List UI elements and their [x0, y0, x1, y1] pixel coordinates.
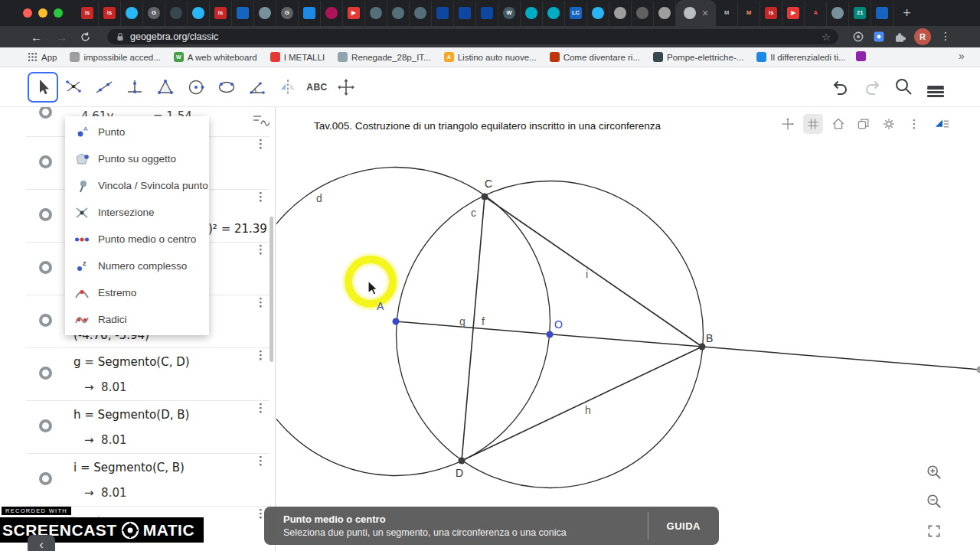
browser-tab[interactable]	[654, 1, 676, 26]
browser-tab[interactable]	[521, 1, 543, 26]
extension-icon-blue[interactable]	[873, 31, 885, 43]
browser-tab[interactable]: G	[276, 1, 299, 26]
browser-tab[interactable]	[365, 1, 387, 26]
help-button[interactable]: GUIDA	[648, 512, 719, 540]
forward-button[interactable]: →	[56, 31, 67, 43]
algebra-entry[interactable]: g = Segmento(C, D)	[74, 355, 190, 369]
omnibox[interactable]: geogebra.org/classic ☆	[107, 29, 838, 44]
bookmark-item[interactable]: A Listino auto nuove...	[444, 52, 537, 62]
bookmark-item[interactable]: W A web whiteboard	[174, 52, 257, 62]
line-f[interactable]	[396, 321, 980, 370]
construction-canvas[interactable]	[276, 107, 980, 551]
menu-item-punto-medio[interactable]: Punto medio o centro	[65, 226, 209, 253]
url-text[interactable]: geogebra.org/classic	[130, 31, 822, 42]
browser-tab[interactable]	[188, 1, 210, 26]
tool-point-menu[interactable]	[58, 72, 89, 103]
menu-item-estremo[interactable]: Estremo	[65, 279, 209, 306]
visibility-toggle[interactable]	[39, 367, 52, 380]
algebra-settings-icon[interactable]	[251, 112, 271, 129]
browser-tab[interactable]: A	[805, 1, 827, 26]
tool-reflect[interactable]	[273, 72, 303, 103]
search-button[interactable]	[891, 74, 916, 99]
browser-tab[interactable]: M	[738, 1, 760, 26]
row-menu-icon[interactable]: ⋮	[255, 455, 266, 468]
browser-tab[interactable]: G	[143, 1, 165, 26]
visibility-toggle[interactable]	[39, 472, 52, 485]
visibility-toggle[interactable]	[39, 261, 52, 274]
algebra-entry[interactable]: )² = 21.39	[208, 222, 267, 236]
main-menu-button[interactable]	[923, 74, 948, 99]
visibility-toggle[interactable]	[39, 314, 52, 327]
traffic-light[interactable]	[38, 8, 47, 18]
segment-h-DB[interactable]	[462, 347, 702, 461]
tool-polygon[interactable]	[150, 72, 181, 103]
browser-tab[interactable]	[387, 1, 410, 26]
menu-item-radici[interactable]: Radici	[65, 306, 209, 333]
menu-item-punto-su-oggetto[interactable]: Punto su oggetto	[65, 145, 209, 172]
bookmark-item[interactable]: impossibile acced...	[70, 52, 160, 62]
row-menu-icon[interactable]: ⋮	[255, 243, 266, 256]
browser-tab[interactable]	[454, 1, 476, 26]
segment-i-CB[interactable]	[485, 197, 702, 347]
browser-tab[interactable]	[587, 1, 609, 26]
browser-tab[interactable]	[871, 1, 893, 26]
bookmarks-overflow-icon[interactable]: »	[959, 50, 965, 62]
menu-item-vincola[interactable]: Vincola / Svincola punto	[65, 172, 209, 199]
browser-tab[interactable]: W	[498, 1, 521, 26]
browser-tab[interactable]	[476, 1, 498, 26]
profile-avatar[interactable]: R	[914, 28, 931, 45]
browser-tab[interactable]	[254, 1, 276, 26]
construction-point[interactable]	[459, 458, 466, 465]
row-menu-icon[interactable]: ⋮	[255, 402, 266, 415]
browser-tab[interactable]: ▶	[343, 1, 365, 26]
visibility-toggle[interactable]	[39, 107, 52, 119]
browser-tab[interactable]	[232, 1, 254, 26]
visibility-toggle[interactable]	[39, 155, 52, 168]
browser-tab[interactable]	[321, 1, 343, 26]
algebra-entry[interactable]: → 8.01	[84, 486, 127, 500]
traffic-light[interactable]	[54, 8, 63, 18]
extension-icon-recorder[interactable]	[852, 31, 864, 43]
browser-tab[interactable]: ▶	[782, 1, 805, 26]
bookmark-item[interactable]: Renegade_28p_IT...	[338, 52, 431, 62]
browser-tab[interactable]: M	[716, 1, 738, 26]
row-menu-icon[interactable]: ⋮	[255, 296, 266, 309]
collapse-panel-button[interactable]: ‹	[28, 535, 55, 551]
traffic-light[interactable]	[23, 8, 32, 18]
browser-tab[interactable]: LC	[565, 1, 587, 26]
construction-point[interactable]	[482, 194, 488, 201]
redo-button[interactable]	[860, 74, 884, 99]
row-menu-icon[interactable]: ⋮	[255, 191, 266, 204]
browser-menu-icon[interactable]: ⋮	[940, 30, 951, 42]
bookmark-favicon[interactable]	[856, 51, 866, 61]
browser-tab[interactable]	[410, 1, 432, 26]
bookmark-star-icon[interactable]: ☆	[822, 31, 831, 43]
tool-move[interactable]	[28, 72, 58, 103]
algebra-entry[interactable]: i = Segmento(C, B)	[74, 461, 185, 474]
row-menu-icon[interactable]: ⋮	[255, 349, 266, 362]
construction-point[interactable]	[393, 318, 400, 325]
browser-tab-active[interactable]: ×	[676, 0, 716, 26]
algebra-scrollbar[interactable]	[270, 217, 273, 362]
browser-tab[interactable]	[432, 1, 454, 26]
row-menu-icon[interactable]: ⋮	[255, 138, 266, 151]
bookmark-item[interactable]: Il differenzialedi ti...	[756, 52, 845, 62]
construction-point[interactable]	[977, 367, 980, 373]
bookmark-item[interactable]: Come diventare ri...	[550, 52, 640, 62]
bookmark-item[interactable]: Pompe-elettriche-...	[653, 52, 743, 62]
algebra-entry[interactable]: → 8.01	[84, 433, 127, 447]
new-tab-button[interactable]: +	[903, 6, 911, 20]
tool-angle[interactable]	[242, 72, 273, 103]
bookmark-item[interactable]: I METALLI	[270, 52, 325, 62]
browser-tab[interactable]	[299, 1, 321, 26]
tool-move-canvas[interactable]	[331, 72, 361, 103]
browser-tab[interactable]	[121, 1, 143, 26]
browser-tab[interactable]: is	[210, 1, 232, 26]
tool-text[interactable]: ABC	[302, 72, 332, 103]
tab-close-icon[interactable]: ×	[702, 8, 708, 18]
undo-button[interactable]	[828, 74, 853, 99]
construction-point[interactable]	[547, 331, 554, 338]
algebra-entry[interactable]: h = Segmento(D, B)	[74, 408, 189, 422]
extensions-puzzle-icon[interactable]	[893, 31, 906, 44]
browser-tab[interactable]: is	[760, 1, 782, 26]
